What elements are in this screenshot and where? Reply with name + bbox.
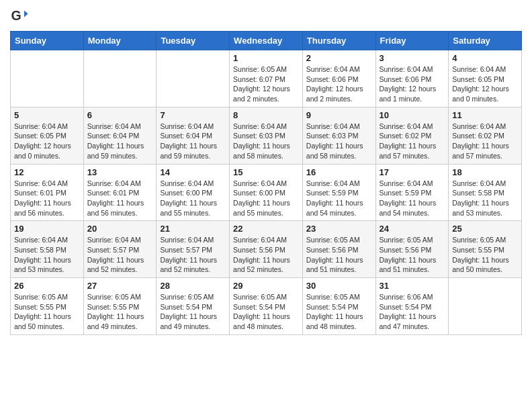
day-number: 5	[14, 110, 80, 120]
week-row-3: 19Sunrise: 6:04 AM Sunset: 5:58 PM Dayli…	[11, 221, 522, 278]
day-cell: 10Sunrise: 6:04 AM Sunset: 6:02 PM Dayli…	[375, 107, 449, 164]
day-cell: 3Sunrise: 6:04 AM Sunset: 6:06 PM Daylig…	[375, 50, 449, 107]
day-cell: 19Sunrise: 6:04 AM Sunset: 5:58 PM Dayli…	[11, 221, 84, 278]
day-info: Sunrise: 6:04 AM Sunset: 6:00 PM Dayligh…	[160, 179, 226, 218]
day-number: 30	[306, 281, 372, 291]
day-cell: 23Sunrise: 6:05 AM Sunset: 5:56 PM Dayli…	[302, 221, 375, 278]
weekday-sunday: Sunday	[11, 32, 84, 50]
day-number: 23	[306, 224, 372, 234]
day-cell: 28Sunrise: 6:05 AM Sunset: 5:54 PM Dayli…	[157, 278, 230, 335]
day-cell: 13Sunrise: 6:04 AM Sunset: 6:01 PM Dayli…	[83, 164, 157, 221]
day-cell: 14Sunrise: 6:04 AM Sunset: 6:00 PM Dayli…	[157, 164, 230, 221]
day-cell	[449, 278, 522, 335]
day-info: Sunrise: 6:04 AM Sunset: 6:01 PM Dayligh…	[87, 179, 153, 218]
day-info: Sunrise: 6:05 AM Sunset: 5:54 PM Dayligh…	[306, 292, 372, 332]
day-info: Sunrise: 6:05 AM Sunset: 5:55 PM Dayligh…	[87, 292, 153, 332]
day-info: Sunrise: 6:04 AM Sunset: 5:59 PM Dayligh…	[380, 179, 445, 218]
day-cell: 4Sunrise: 6:04 AM Sunset: 6:05 PM Daylig…	[449, 50, 522, 107]
day-cell: 12Sunrise: 6:04 AM Sunset: 6:01 PM Dayli…	[11, 164, 84, 221]
day-number: 8	[233, 110, 299, 120]
day-number: 31	[380, 281, 445, 291]
day-number: 28	[160, 281, 226, 291]
day-cell: 2Sunrise: 6:04 AM Sunset: 6:06 PM Daylig…	[302, 50, 375, 107]
day-cell: 5Sunrise: 6:04 AM Sunset: 6:05 PM Daylig…	[11, 107, 84, 164]
weekday-friday: Friday	[375, 32, 449, 50]
weekday-tuesday: Tuesday	[157, 32, 230, 50]
day-number: 13	[87, 167, 153, 177]
day-number: 15	[233, 167, 299, 177]
day-info: Sunrise: 6:05 AM Sunset: 5:56 PM Dayligh…	[380, 235, 445, 275]
day-number: 11	[452, 110, 518, 120]
day-number: 16	[306, 167, 372, 177]
day-cell	[157, 50, 230, 107]
day-info: Sunrise: 6:04 AM Sunset: 6:06 PM Dayligh…	[380, 64, 445, 104]
day-number: 12	[14, 167, 80, 177]
day-info: Sunrise: 6:05 AM Sunset: 5:54 PM Dayligh…	[233, 292, 299, 332]
week-row-2: 12Sunrise: 6:04 AM Sunset: 6:01 PM Dayli…	[11, 164, 522, 221]
day-number: 18	[452, 167, 518, 177]
day-number: 24	[380, 224, 445, 234]
day-cell: 7Sunrise: 6:04 AM Sunset: 6:04 PM Daylig…	[157, 107, 230, 164]
day-info: Sunrise: 6:05 AM Sunset: 6:07 PM Dayligh…	[233, 64, 299, 104]
weekday-monday: Monday	[83, 32, 157, 50]
day-info: Sunrise: 6:04 AM Sunset: 6:01 PM Dayligh…	[14, 179, 80, 218]
day-info: Sunrise: 6:04 AM Sunset: 5:57 PM Dayligh…	[87, 235, 153, 275]
day-number: 2	[306, 53, 372, 63]
day-cell: 29Sunrise: 6:05 AM Sunset: 5:54 PM Dayli…	[230, 278, 303, 335]
day-info: Sunrise: 6:04 AM Sunset: 5:59 PM Dayligh…	[306, 179, 372, 218]
day-cell: 20Sunrise: 6:04 AM Sunset: 5:57 PM Dayli…	[83, 221, 157, 278]
day-cell: 25Sunrise: 6:05 AM Sunset: 5:55 PM Dayli…	[449, 221, 522, 278]
week-row-1: 5Sunrise: 6:04 AM Sunset: 6:05 PM Daylig…	[11, 107, 522, 164]
day-cell: 17Sunrise: 6:04 AM Sunset: 5:59 PM Dayli…	[375, 164, 449, 221]
day-cell	[11, 50, 84, 107]
day-cell: 22Sunrise: 6:04 AM Sunset: 5:56 PM Dayli…	[230, 221, 303, 278]
svg-text:G: G	[11, 8, 21, 23]
day-info: Sunrise: 6:04 AM Sunset: 5:58 PM Dayligh…	[14, 235, 80, 275]
day-cell: 18Sunrise: 6:04 AM Sunset: 5:58 PM Dayli…	[449, 164, 522, 221]
day-number: 19	[14, 224, 80, 234]
day-number: 1	[233, 53, 299, 63]
day-number: 17	[380, 167, 445, 177]
day-info: Sunrise: 6:04 AM Sunset: 6:06 PM Dayligh…	[306, 64, 372, 104]
day-cell: 16Sunrise: 6:04 AM Sunset: 5:59 PM Dayli…	[302, 164, 375, 221]
day-number: 22	[233, 224, 299, 234]
day-cell: 1Sunrise: 6:05 AM Sunset: 6:07 PM Daylig…	[230, 50, 303, 107]
day-cell: 9Sunrise: 6:04 AM Sunset: 6:03 PM Daylig…	[302, 107, 375, 164]
day-cell: 6Sunrise: 6:04 AM Sunset: 6:04 PM Daylig…	[83, 107, 157, 164]
day-info: Sunrise: 6:04 AM Sunset: 6:02 PM Dayligh…	[452, 122, 518, 161]
day-cell: 30Sunrise: 6:05 AM Sunset: 5:54 PM Dayli…	[302, 278, 375, 335]
logo: G	[10, 7, 32, 26]
day-info: Sunrise: 6:04 AM Sunset: 6:04 PM Dayligh…	[87, 122, 153, 161]
weekday-saturday: Saturday	[449, 32, 522, 50]
calendar-table: SundayMondayTuesdayWednesdayThursdayFrid…	[10, 31, 522, 335]
day-number: 27	[87, 281, 153, 291]
day-number: 6	[87, 110, 153, 120]
day-cell: 21Sunrise: 6:04 AM Sunset: 5:57 PM Dayli…	[157, 221, 230, 278]
svg-marker-1	[24, 11, 28, 17]
day-number: 10	[380, 110, 445, 120]
header: G	[10, 7, 522, 26]
day-number: 9	[306, 110, 372, 120]
day-number: 20	[87, 224, 153, 234]
day-info: Sunrise: 6:06 AM Sunset: 5:54 PM Dayligh…	[380, 292, 445, 332]
day-info: Sunrise: 6:04 AM Sunset: 6:02 PM Dayligh…	[380, 122, 445, 161]
day-info: Sunrise: 6:05 AM Sunset: 5:56 PM Dayligh…	[306, 235, 372, 275]
logo-icon: G	[10, 7, 29, 26]
day-number: 7	[160, 110, 226, 120]
day-info: Sunrise: 6:05 AM Sunset: 5:54 PM Dayligh…	[160, 292, 226, 332]
day-info: Sunrise: 6:04 AM Sunset: 6:00 PM Dayligh…	[233, 179, 299, 218]
day-info: Sunrise: 6:04 AM Sunset: 5:58 PM Dayligh…	[452, 179, 518, 218]
day-cell: 27Sunrise: 6:05 AM Sunset: 5:55 PM Dayli…	[83, 278, 157, 335]
day-number: 3	[380, 53, 445, 63]
day-cell	[83, 50, 157, 107]
day-info: Sunrise: 6:04 AM Sunset: 5:57 PM Dayligh…	[160, 235, 226, 275]
day-info: Sunrise: 6:04 AM Sunset: 6:05 PM Dayligh…	[14, 122, 80, 161]
day-number: 21	[160, 224, 226, 234]
day-cell: 31Sunrise: 6:06 AM Sunset: 5:54 PM Dayli…	[375, 278, 449, 335]
week-row-0: 1Sunrise: 6:05 AM Sunset: 6:07 PM Daylig…	[11, 50, 522, 107]
calendar-container: G SundayMondayTuesdayWednesdayThursdayFr…	[0, 0, 532, 345]
day-cell: 8Sunrise: 6:04 AM Sunset: 6:03 PM Daylig…	[230, 107, 303, 164]
week-row-4: 26Sunrise: 6:05 AM Sunset: 5:55 PM Dayli…	[11, 278, 522, 335]
day-info: Sunrise: 6:05 AM Sunset: 5:55 PM Dayligh…	[14, 292, 80, 332]
day-number: 14	[160, 167, 226, 177]
